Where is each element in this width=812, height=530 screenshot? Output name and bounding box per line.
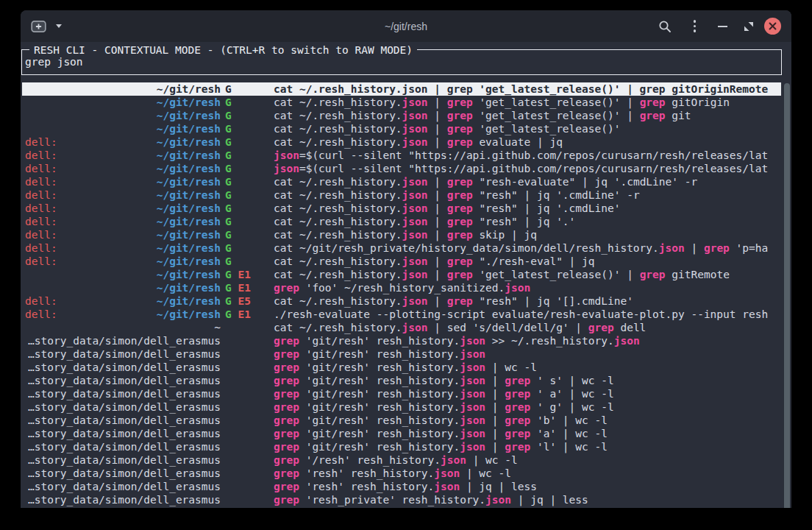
history-row[interactable]: …story_data/simon/dell_erasmusgrep 'git/… bbox=[22, 440, 781, 453]
flags-cell: G E5 bbox=[221, 294, 274, 308]
command-cell: cat ~/.resh_history.json | grep "resh" |… bbox=[274, 215, 781, 228]
history-row[interactable]: …story_data/simon/dell_erasmusgrep 'resh… bbox=[22, 467, 781, 480]
history-row[interactable]: dell:~/git/reshGcat ~/.resh_history.json… bbox=[22, 135, 781, 149]
flags-cell: G bbox=[221, 96, 274, 109]
history-row[interactable]: ~/git/reshGcat ~/.resh_history.json | gr… bbox=[22, 109, 781, 122]
host-cell: dell: bbox=[25, 228, 57, 241]
history-row[interactable]: ~/git/reshG E1cat ~/.resh_history.json |… bbox=[22, 268, 781, 281]
restore-button[interactable] bbox=[744, 21, 754, 32]
history-row[interactable]: …story_data/simon/dell_erasmusgrep 'git/… bbox=[22, 400, 781, 414]
command-cell: grep 'resh_private' resh_history.json | … bbox=[274, 493, 781, 506]
host-cell: dell: bbox=[25, 162, 57, 175]
command-cell: grep 'git/resh' resh_history.json | grep… bbox=[274, 374, 781, 387]
history-row[interactable]: ~/git/reshGcat ~/.resh_history.json | gr… bbox=[22, 96, 781, 109]
command-cell: grep 'git/resh' resh_history.json | grep… bbox=[274, 414, 781, 427]
command-cell: grep 'resh' resh_history.json | jq | les… bbox=[274, 480, 781, 493]
scrollbar-thumb[interactable] bbox=[784, 83, 790, 508]
close-icon bbox=[769, 22, 777, 30]
host-cell: dell: bbox=[25, 215, 57, 228]
history-row[interactable]: …story_data/simon/dell_erasmusgrep 'git/… bbox=[22, 361, 781, 374]
history-row[interactable]: ~/git/reshGcat ~/.resh_history.json | gr… bbox=[22, 122, 781, 135]
path-cell: ~/git/resh bbox=[157, 202, 221, 215]
path-cell: …story_data/simon/dell_erasmus bbox=[28, 361, 221, 374]
history-row[interactable]: ~/git/reshG E1grep 'foo' ~/resh_history_… bbox=[22, 281, 781, 294]
path-cell: ~/git/resh bbox=[157, 268, 221, 281]
history-row[interactable]: …story_data/simon/dell_erasmusgrep '/res… bbox=[22, 453, 781, 467]
history-row[interactable]: …story_data/simon/dell_erasmusgrep 'resh… bbox=[22, 493, 781, 506]
command-cell: ./resh-evaluate --plotting-script evalua… bbox=[274, 308, 781, 321]
command-cell: grep 'foo' ~/resh_history_sanitized.json bbox=[274, 281, 781, 294]
history-rows: ~/git/reshGcat ~/.resh_history.json | gr… bbox=[22, 82, 781, 506]
history-row[interactable]: ~cat ~/.resh_history.json | sed 's/dell/… bbox=[22, 321, 781, 334]
history-row[interactable]: dell:~/git/reshGjson=$(curl --silent "ht… bbox=[22, 162, 781, 175]
command-cell: cat ~/.resh_history.json | grep 'get_lat… bbox=[274, 109, 781, 122]
history-row[interactable]: dell:~/git/reshGcat ~/.resh_history.json… bbox=[22, 215, 781, 228]
history-row[interactable]: …story_data/simon/dell_erasmusgrep 'git/… bbox=[22, 427, 781, 440]
kebab-menu-icon bbox=[694, 20, 697, 32]
history-row[interactable]: dell:~/git/reshGjson=$(curl --silent "ht… bbox=[22, 149, 781, 162]
path-cell: …story_data/simon/dell_erasmus bbox=[28, 467, 221, 480]
new-tab-button[interactable] bbox=[31, 20, 46, 33]
command-cell: cat ~/.resh_history.json | grep evaluate… bbox=[274, 135, 781, 149]
search-button[interactable] bbox=[658, 20, 672, 33]
history-row[interactable]: …story_data/simon/dell_erasmusgrep 'resh… bbox=[22, 480, 781, 493]
flags-cell: G E1 bbox=[221, 268, 274, 281]
history-row[interactable]: dell:~/git/reshGcat ~/.resh_history.json… bbox=[22, 175, 781, 188]
history-row[interactable]: dell:~/git/reshGcat ~/git/resh_private/h… bbox=[22, 241, 781, 255]
close-button[interactable] bbox=[764, 18, 781, 35]
flags-cell: G bbox=[221, 162, 274, 175]
path-cell: ~/git/resh bbox=[157, 82, 221, 96]
history-row[interactable]: …story_data/simon/dell_erasmusgrep 'git/… bbox=[22, 347, 781, 361]
query-input[interactable]: grep json bbox=[25, 55, 778, 68]
history-row[interactable]: dell:~/git/reshGcat ~/.resh_history.json… bbox=[22, 228, 781, 241]
flags-cell: G bbox=[221, 241, 274, 255]
caret-down-icon bbox=[56, 24, 62, 28]
history-row[interactable]: dell:~/git/reshGcat ~/.resh_history.json… bbox=[22, 202, 781, 215]
history-row[interactable]: dell:~/git/reshGcat ~/.resh_history.json… bbox=[22, 255, 781, 268]
path-cell: ~/git/resh bbox=[157, 149, 221, 162]
history-row[interactable]: …story_data/simon/dell_erasmusgrep 'git/… bbox=[22, 334, 781, 347]
host-cell: dell: bbox=[25, 202, 57, 215]
flags-cell: G bbox=[221, 109, 274, 122]
flags-cell: G bbox=[221, 188, 274, 202]
flags-cell: G bbox=[221, 255, 274, 268]
history-row[interactable]: …story_data/simon/dell_erasmusgrep 'git/… bbox=[22, 374, 781, 387]
command-cell: grep 'git/resh' resh_history.json bbox=[274, 347, 781, 361]
command-cell: json=$(curl --silent "https://api.github… bbox=[274, 149, 781, 162]
flags-cell: G bbox=[221, 228, 274, 241]
path-cell: …story_data/simon/dell_erasmus bbox=[28, 334, 221, 347]
window-title: ~/git/resh bbox=[385, 21, 427, 32]
path-cell: …story_data/simon/dell_erasmus bbox=[28, 400, 221, 414]
path-cell: ~/git/resh bbox=[157, 241, 221, 255]
path-cell: ~/git/resh bbox=[157, 96, 221, 109]
history-row[interactable]: dell:~/git/reshG E5cat ~/.resh_history.j… bbox=[22, 294, 781, 308]
path-cell: ~/git/resh bbox=[157, 281, 221, 294]
resh-header-title: RESH CLI - CONTEXTUAL MODE - (CTRL+R to … bbox=[29, 43, 417, 57]
command-cell: grep 'git/resh' resh_history.json | grep… bbox=[274, 387, 781, 400]
host-cell: dell: bbox=[25, 308, 57, 321]
command-cell: cat ~/git/resh_private/history_data/simo… bbox=[274, 241, 781, 255]
command-cell: cat ~/.resh_history.json | grep skip | j… bbox=[274, 228, 781, 241]
command-cell: grep 'git/resh' resh_history.json | grep… bbox=[274, 427, 781, 440]
menu-button[interactable] bbox=[694, 20, 697, 32]
host-cell: dell: bbox=[25, 135, 57, 149]
host-cell: dell: bbox=[25, 255, 57, 268]
command-cell: cat ~/.resh_history.json | grep "resh" |… bbox=[274, 202, 781, 215]
flags-cell: G bbox=[221, 175, 274, 188]
minimize-button[interactable] bbox=[718, 26, 727, 27]
terminal-content: RESH CLI - CONTEXTUAL MODE - (CTRL+R to … bbox=[21, 49, 791, 508]
path-cell: ~/git/resh bbox=[157, 255, 221, 268]
host-cell: dell: bbox=[25, 188, 57, 202]
history-row[interactable]: dell:~/git/reshGcat ~/.resh_history.json… bbox=[22, 188, 781, 202]
history-row[interactable]: ~/git/reshGcat ~/.resh_history.json | gr… bbox=[22, 82, 781, 96]
command-cell: grep 'resh' resh_history.json | wc -l bbox=[274, 467, 781, 480]
flags-cell: G E1 bbox=[221, 281, 274, 294]
history-row[interactable]: …story_data/simon/dell_erasmusgrep 'git/… bbox=[22, 387, 781, 400]
host-cell: dell: bbox=[25, 241, 57, 255]
new-tab-dropdown-button[interactable] bbox=[56, 24, 62, 28]
flags-cell: G bbox=[221, 202, 274, 215]
history-row[interactable]: dell:~/git/reshG E1./resh-evaluate --plo… bbox=[22, 308, 781, 321]
history-row[interactable]: …story_data/simon/dell_erasmusgrep 'git/… bbox=[22, 414, 781, 427]
flags-cell: G bbox=[221, 122, 274, 135]
command-cell: cat ~/.resh_history.json | grep "resh" |… bbox=[274, 188, 781, 202]
